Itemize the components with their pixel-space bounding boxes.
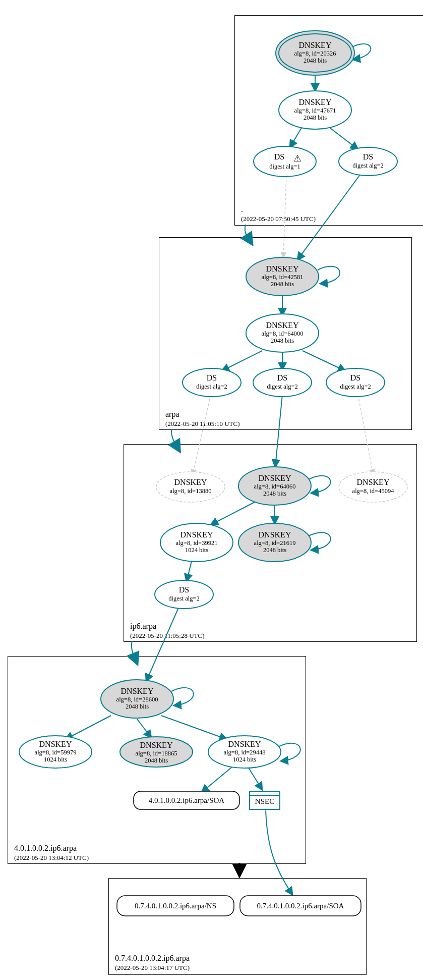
svg-text:1024 bits: 1024 bits — [185, 547, 208, 554]
svg-text:DNSKEY: DNSKEY — [357, 478, 390, 486]
svg-text:alg=8, id=47671: alg=8, id=47671 — [294, 107, 336, 114]
arpa-ds-1: DS digest alg=2 — [183, 368, 241, 397]
svg-text:alg=8, id=29448: alg=8, id=29448 — [224, 749, 266, 756]
z40-nsec: NSEC — [250, 791, 280, 809]
svg-text:NSEC: NSEC — [255, 797, 274, 805]
svg-text:DS: DS — [350, 373, 360, 382]
svg-text:2048 bits: 2048 bits — [304, 114, 327, 121]
svg-point-26 — [253, 368, 312, 397]
svg-text:digest alg=1: digest alg=1 — [269, 163, 300, 170]
svg-text:DNSKEY: DNSKEY — [266, 321, 299, 330]
svg-point-23 — [183, 368, 241, 397]
svg-text:DS: DS — [277, 373, 287, 382]
svg-text:DNSKEY: DNSKEY — [299, 98, 332, 106]
svg-text:alg=8, id=39921: alg=8, id=39921 — [176, 539, 218, 547]
svg-text:DNSKEY: DNSKEY — [180, 530, 213, 539]
warning-icon: ⚠ — [293, 153, 301, 164]
svg-text:2048 bits: 2048 bits — [145, 757, 168, 764]
svg-text:2048 bits: 2048 bits — [263, 547, 286, 554]
svg-text:DNSKEY: DNSKEY — [259, 474, 291, 482]
ip6-dnskey-ksk: DNSKEY alg=8, id=64060 2048 bits — [238, 467, 311, 505]
svg-text:DNSKEY: DNSKEY — [39, 740, 72, 748]
svg-point-9 — [254, 146, 316, 177]
svg-text:2048 bits: 2048 bits — [271, 337, 294, 344]
z40-dnskey-ksk: DNSKEY alg=8, id=28600 2048 bits — [101, 680, 173, 718]
svg-text:1024 bits: 1024 bits — [44, 756, 67, 763]
svg-text:2048 bits: 2048 bits — [263, 490, 286, 497]
root-ds-alg2: DS digest alg=2 — [339, 147, 397, 176]
svg-text:DNSKEY: DNSKEY — [140, 741, 173, 749]
z40-dnskey-29448: DNSKEY alg=8, id=29448 1024 bits — [208, 736, 281, 768]
z40-dnskey-18865: DNSKEY alg=8, id=18865 2048 bits — [120, 737, 193, 767]
root-ds-alg1: DS ⚠ digest alg=1 — [254, 146, 316, 177]
root-dnskey-zsk: DNSKEY alg=8, id=47671 2048 bits — [279, 91, 351, 129]
svg-text:2048 bits: 2048 bits — [304, 57, 327, 64]
z40-dnskey-59979: DNSKEY alg=8, id=59979 1024 bits — [19, 736, 92, 768]
svg-text:alg=8, id=13880: alg=8, id=13880 — [170, 487, 212, 495]
z40-soa: 4.0.1.0.0.2.ip6.arpa/SOA — [134, 791, 239, 809]
root-dnskey-ksk: DNSKEY alg=8, id=20326 2048 bits — [276, 31, 354, 75]
svg-text:DS: DS — [274, 152, 284, 161]
svg-text:alg=8, id=64060: alg=8, id=64060 — [254, 483, 296, 490]
svg-text:alg=8, id=18865: alg=8, id=18865 — [136, 750, 177, 757]
svg-point-12 — [339, 147, 397, 176]
z07-ns: 0.7.4.0.1.0.0.2.ip6.arpa/NS — [117, 896, 234, 916]
svg-text:DS: DS — [363, 152, 373, 161]
ip6-dnskey-zsk-2: DNSKEY alg=8, id=21619 2048 bits — [238, 523, 311, 562]
svg-text:4.0.1.0.0.2.ip6.arpa/SOA: 4.0.1.0.0.2.ip6.arpa/SOA — [149, 796, 225, 804]
svg-text:digest alg=2: digest alg=2 — [267, 383, 298, 390]
svg-text:1024 bits: 1024 bits — [233, 756, 256, 763]
svg-text:DNSKEY: DNSKEY — [121, 687, 154, 695]
svg-text:2048 bits: 2048 bits — [126, 703, 149, 710]
svg-text:digest alg=2: digest alg=2 — [168, 595, 200, 602]
svg-text:DS: DS — [207, 373, 217, 382]
svg-text:0.7.4.0.1.0.0.2.ip6.arpa/NS: 0.7.4.0.1.0.0.2.ip6.arpa/NS — [135, 902, 216, 910]
svg-text:DS: DS — [179, 585, 189, 594]
z07-soa: 0.7.4.0.1.0.0.2.ip6.arpa/SOA — [240, 896, 361, 916]
svg-text:DNSKEY: DNSKEY — [174, 478, 207, 486]
svg-text:digest alg=2: digest alg=2 — [196, 383, 227, 390]
svg-text:DNSKEY: DNSKEY — [299, 41, 332, 49]
svg-point-50 — [155, 580, 213, 609]
svg-point-29 — [326, 368, 385, 397]
ip6-dnskey-zsk-1: DNSKEY alg=8, id=39921 1024 bits — [160, 523, 233, 562]
svg-point-32 — [156, 472, 225, 502]
svg-text:DNSKEY: DNSKEY — [228, 740, 261, 748]
svg-text:alg=8, id=28600: alg=8, id=28600 — [116, 696, 158, 703]
svg-text:alg=8, id=20326: alg=8, id=20326 — [294, 50, 336, 57]
svg-text:alg=8, id=42581: alg=8, id=42581 — [262, 274, 304, 281]
arpa-dnskey-zsk: DNSKEY alg=8, id=64000 2048 bits — [246, 314, 319, 352]
svg-text:digest alg=2: digest alg=2 — [340, 383, 371, 390]
svg-text:DNSKEY: DNSKEY — [259, 530, 291, 539]
arpa-ds-2: DS digest alg=2 — [253, 368, 312, 397]
svg-text:alg=8, id=59979: alg=8, id=59979 — [35, 749, 77, 756]
svg-point-39 — [339, 472, 407, 502]
svg-text:0.7.4.0.1.0.0.2.ip6.arpa/SOA: 0.7.4.0.1.0.0.2.ip6.arpa/SOA — [257, 902, 344, 910]
svg-text:DNSKEY: DNSKEY — [266, 264, 299, 273]
arpa-ds-3: DS digest alg=2 — [326, 368, 385, 397]
svg-text:2048 bits: 2048 bits — [271, 281, 294, 288]
ip6-dnskey-inactive-2: DNSKEY alg=8, id=45094 — [339, 472, 407, 502]
svg-text:alg=8, id=45094: alg=8, id=45094 — [352, 487, 395, 495]
ip6-dnskey-inactive-1: DNSKEY alg=8, id=13880 — [156, 472, 225, 502]
svg-text:alg=8, id=64000: alg=8, id=64000 — [262, 330, 304, 337]
svg-text:alg=8, id=21619: alg=8, id=21619 — [254, 539, 296, 547]
arpa-dnskey-ksk: DNSKEY alg=8, id=42581 2048 bits — [246, 257, 319, 296]
ip6-ds: DS digest alg=2 — [155, 580, 213, 609]
svg-text:digest alg=2: digest alg=2 — [352, 162, 384, 169]
